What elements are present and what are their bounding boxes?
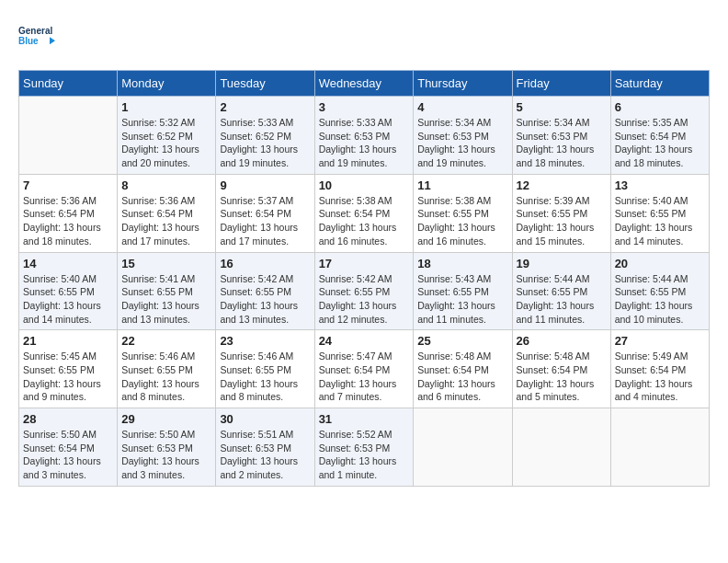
calendar-cell: 21Sunrise: 5:45 AMSunset: 6:55 PMDayligh… [19, 330, 118, 408]
day-number: 13 [615, 178, 705, 192]
day-number: 11 [417, 178, 507, 192]
logo: General Blue [18, 18, 55, 55]
week-row-3: 14Sunrise: 5:40 AMSunset: 6:55 PMDayligh… [19, 252, 710, 330]
day-info: Sunrise: 5:44 AMSunset: 6:55 PMDaylight:… [517, 272, 607, 327]
calendar-cell: 6Sunrise: 5:35 AMSunset: 6:54 PMDaylight… [610, 97, 709, 175]
day-number: 1 [121, 100, 211, 114]
day-info: Sunrise: 5:40 AMSunset: 6:55 PMDaylight:… [615, 194, 705, 248]
calendar-cell: 26Sunrise: 5:48 AMSunset: 6:54 PMDayligh… [512, 330, 610, 408]
day-number: 24 [319, 334, 410, 348]
day-info: Sunrise: 5:43 AMSunset: 6:55 PMDaylight:… [417, 272, 507, 327]
day-number: 16 [220, 257, 310, 270]
day-number: 23 [220, 334, 310, 348]
calendar-cell: 12Sunrise: 5:39 AMSunset: 6:55 PMDayligh… [512, 174, 610, 252]
day-number: 25 [417, 334, 507, 348]
day-info: Sunrise: 5:46 AMSunset: 6:55 PMDaylight:… [220, 350, 310, 404]
day-number: 9 [220, 178, 310, 192]
day-info: Sunrise: 5:37 AMSunset: 6:54 PMDaylight:… [220, 194, 310, 248]
day-info: Sunrise: 5:32 AMSunset: 6:52 PMDaylight:… [121, 116, 211, 170]
day-number: 21 [23, 334, 113, 348]
calendar-cell: 17Sunrise: 5:42 AMSunset: 6:55 PMDayligh… [314, 252, 414, 330]
day-info: Sunrise: 5:34 AMSunset: 6:53 PMDaylight:… [517, 116, 607, 170]
day-number: 27 [615, 334, 705, 348]
day-number: 8 [121, 178, 211, 192]
day-info: Sunrise: 5:45 AMSunset: 6:55 PMDaylight:… [23, 350, 113, 404]
calendar-cell: 18Sunrise: 5:43 AMSunset: 6:55 PMDayligh… [414, 252, 512, 330]
calendar-cell: 23Sunrise: 5:46 AMSunset: 6:55 PMDayligh… [216, 330, 314, 408]
calendar-cell: 7Sunrise: 5:36 AMSunset: 6:54 PMDaylight… [19, 174, 118, 252]
weekday-header-tuesday: Tuesday [216, 71, 314, 97]
calendar-cell: 29Sunrise: 5:50 AMSunset: 6:53 PMDayligh… [118, 408, 216, 487]
calendar-cell: 24Sunrise: 5:47 AMSunset: 6:54 PMDayligh… [314, 330, 414, 408]
day-number: 20 [615, 257, 705, 270]
calendar-table: SundayMondayTuesdayWednesdayThursdayFrid… [18, 70, 710, 487]
calendar-cell: 8Sunrise: 5:36 AMSunset: 6:54 PMDaylight… [118, 174, 216, 252]
calendar-cell: 20Sunrise: 5:44 AMSunset: 6:55 PMDayligh… [610, 252, 709, 330]
day-info: Sunrise: 5:47 AMSunset: 6:54 PMDaylight:… [319, 350, 410, 404]
logo-icon: General Blue [18, 18, 55, 55]
day-info: Sunrise: 5:52 AMSunset: 6:53 PMDaylight:… [319, 428, 410, 482]
day-info: Sunrise: 5:50 AMSunset: 6:54 PMDaylight:… [23, 428, 113, 482]
day-number: 22 [121, 334, 211, 348]
calendar-cell: 30Sunrise: 5:51 AMSunset: 6:53 PMDayligh… [216, 408, 314, 487]
day-info: Sunrise: 5:33 AMSunset: 6:52 PMDaylight:… [220, 116, 310, 170]
calendar-cell: 13Sunrise: 5:40 AMSunset: 6:55 PMDayligh… [610, 174, 709, 252]
day-info: Sunrise: 5:39 AMSunset: 6:55 PMDaylight:… [517, 194, 607, 248]
day-number: 4 [417, 100, 507, 114]
calendar-cell: 15Sunrise: 5:41 AMSunset: 6:55 PMDayligh… [118, 252, 216, 330]
day-info: Sunrise: 5:41 AMSunset: 6:55 PMDaylight:… [121, 272, 211, 327]
day-number: 29 [121, 412, 211, 426]
calendar-cell: 4Sunrise: 5:34 AMSunset: 6:53 PMDaylight… [414, 97, 512, 175]
weekday-header-wednesday: Wednesday [314, 71, 414, 97]
calendar-cell: 25Sunrise: 5:48 AMSunset: 6:54 PMDayligh… [414, 330, 512, 408]
day-info: Sunrise: 5:40 AMSunset: 6:55 PMDaylight:… [23, 272, 113, 327]
calendar-cell [19, 97, 118, 175]
day-number: 2 [220, 100, 310, 114]
day-info: Sunrise: 5:42 AMSunset: 6:55 PMDaylight:… [319, 272, 410, 327]
day-info: Sunrise: 5:42 AMSunset: 6:55 PMDaylight:… [220, 272, 310, 327]
week-row-5: 28Sunrise: 5:50 AMSunset: 6:54 PMDayligh… [19, 408, 710, 487]
page-header: General Blue [18, 18, 710, 55]
day-info: Sunrise: 5:33 AMSunset: 6:53 PMDaylight:… [319, 116, 410, 170]
calendar-cell: 19Sunrise: 5:44 AMSunset: 6:55 PMDayligh… [512, 252, 610, 330]
svg-text:General: General [18, 26, 52, 36]
day-number: 7 [23, 178, 113, 192]
day-number: 3 [319, 100, 410, 114]
calendar-cell: 22Sunrise: 5:46 AMSunset: 6:55 PMDayligh… [118, 330, 216, 408]
calendar-cell: 5Sunrise: 5:34 AMSunset: 6:53 PMDaylight… [512, 97, 610, 175]
day-info: Sunrise: 5:48 AMSunset: 6:54 PMDaylight:… [517, 350, 607, 404]
week-row-2: 7Sunrise: 5:36 AMSunset: 6:54 PMDaylight… [19, 174, 710, 252]
day-info: Sunrise: 5:38 AMSunset: 6:55 PMDaylight:… [417, 194, 507, 248]
day-info: Sunrise: 5:48 AMSunset: 6:54 PMDaylight:… [417, 350, 507, 404]
calendar-cell: 2Sunrise: 5:33 AMSunset: 6:52 PMDaylight… [216, 97, 314, 175]
day-info: Sunrise: 5:46 AMSunset: 6:55 PMDaylight:… [121, 350, 211, 404]
calendar-cell [610, 408, 709, 487]
day-number: 15 [121, 257, 211, 270]
calendar-cell: 14Sunrise: 5:40 AMSunset: 6:55 PMDayligh… [19, 252, 118, 330]
calendar-cell: 10Sunrise: 5:38 AMSunset: 6:54 PMDayligh… [314, 174, 414, 252]
day-number: 14 [23, 257, 113, 270]
week-row-1: 1Sunrise: 5:32 AMSunset: 6:52 PMDaylight… [19, 97, 710, 175]
day-number: 26 [517, 334, 607, 348]
day-info: Sunrise: 5:50 AMSunset: 6:53 PMDaylight:… [121, 428, 211, 482]
weekday-header-monday: Monday [118, 71, 216, 97]
day-number: 6 [615, 100, 705, 114]
calendar-cell [414, 408, 512, 487]
day-info: Sunrise: 5:44 AMSunset: 6:55 PMDaylight:… [615, 272, 705, 327]
calendar-cell: 28Sunrise: 5:50 AMSunset: 6:54 PMDayligh… [19, 408, 118, 487]
day-number: 19 [517, 257, 607, 270]
weekday-header-saturday: Saturday [610, 71, 709, 97]
day-number: 12 [517, 178, 607, 192]
week-row-4: 21Sunrise: 5:45 AMSunset: 6:55 PMDayligh… [19, 330, 710, 408]
day-info: Sunrise: 5:36 AMSunset: 6:54 PMDaylight:… [23, 194, 113, 248]
weekday-header-sunday: Sunday [19, 71, 118, 97]
day-info: Sunrise: 5:34 AMSunset: 6:53 PMDaylight:… [417, 116, 507, 170]
day-number: 5 [517, 100, 607, 114]
day-number: 18 [417, 257, 507, 270]
day-info: Sunrise: 5:36 AMSunset: 6:54 PMDaylight:… [121, 194, 211, 248]
weekday-header-friday: Friday [512, 71, 610, 97]
day-info: Sunrise: 5:38 AMSunset: 6:54 PMDaylight:… [319, 194, 410, 248]
day-number: 31 [319, 412, 410, 426]
calendar-cell: 1Sunrise: 5:32 AMSunset: 6:52 PMDaylight… [118, 97, 216, 175]
day-info: Sunrise: 5:49 AMSunset: 6:54 PMDaylight:… [615, 350, 705, 404]
